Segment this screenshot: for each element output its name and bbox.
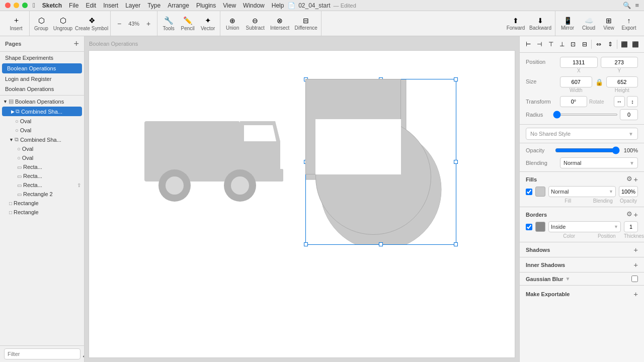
menu-arrange[interactable]: Arrange <box>168 2 189 9</box>
menu-sketch[interactable]: Sketch <box>42 2 62 9</box>
gaussian-blur-arrow[interactable]: ▼ <box>566 276 571 282</box>
layer-oval-3[interactable]: ○ Oval <box>0 144 84 153</box>
dist-h[interactable]: ⇔ <box>593 39 604 50</box>
selected-shape-area[interactable] <box>305 79 456 245</box>
layer-rect-1[interactable]: ▭ Recta... <box>0 162 84 171</box>
create-symbol-button[interactable]: ❖ Create Symbol <box>75 14 108 34</box>
blending-select[interactable]: Normal ▼ <box>560 157 638 168</box>
list-icon[interactable]: ≡ <box>635 2 639 9</box>
fill-checkbox[interactable] <box>526 189 532 195</box>
traffic-light-red[interactable] <box>5 3 11 8</box>
menu-help[interactable]: Help <box>272 2 284 9</box>
intersect-button[interactable]: ⊗ Intersect <box>268 14 292 34</box>
rotate-input[interactable] <box>560 96 587 107</box>
shadows-add-icon[interactable]: + <box>633 245 638 254</box>
forward-button[interactable]: ⬆ Forward <box>505 14 527 34</box>
layer-oval-4[interactable]: ○ Oval <box>0 153 84 162</box>
align-bottom[interactable]: ⊟ <box>579 39 590 50</box>
shared-style-select[interactable]: No Shared Style ▼ <box>526 128 638 140</box>
oval-label-3: Oval <box>22 146 34 152</box>
page-boolean-operations[interactable]: Boolean Operations <box>2 63 82 73</box>
traffic-light-green[interactable] <box>22 3 28 8</box>
make-exportable-add[interactable]: + <box>633 290 638 298</box>
traffic-light-yellow[interactable] <box>14 3 19 8</box>
align-right[interactable]: ⊤ <box>545 39 556 50</box>
subtract-button[interactable]: ⊖ Subtract <box>244 14 267 34</box>
page-shape-experiments[interactable]: Shape Experiments <box>0 53 84 63</box>
border-checkbox[interactable] <box>526 224 532 230</box>
height-input[interactable] <box>606 76 638 87</box>
canvas-content[interactable]: Boolean Operations <box>89 50 515 358</box>
filter-input[interactable] <box>4 348 80 359</box>
menu-file[interactable]: File <box>69 2 78 9</box>
layer-rect-3[interactable]: ▭ Recta... ⇪ <box>0 180 84 190</box>
align-center-h[interactable]: ⊣ <box>534 39 544 50</box>
border-position-select[interactable]: Inside ▼ <box>548 221 621 232</box>
menu-insert[interactable]: Insert <box>103 2 118 9</box>
union-button[interactable]: ⊕ Union <box>222 14 243 34</box>
menu-layer[interactable]: Layer <box>125 2 140 9</box>
fills-add-icon[interactable]: + <box>633 175 638 184</box>
flip-h-button[interactable]: ↔ <box>614 96 625 107</box>
inner-shadows-add-icon[interactable]: + <box>633 260 638 269</box>
export-button[interactable]: ↑ Export <box>619 14 639 34</box>
menu-window[interactable]: Window <box>243 2 265 9</box>
radius-slider[interactable] <box>553 114 618 116</box>
resize-apart[interactable]: ⬛ <box>630 39 641 50</box>
radius-input[interactable] <box>620 109 638 120</box>
cloud-button[interactable]: ☁️ Cloud <box>579 14 599 34</box>
border-thickness-input[interactable] <box>624 221 638 232</box>
menu-view[interactable]: View <box>223 2 236 9</box>
difference-button[interactable]: ⊟ Difference <box>293 14 319 34</box>
zoom-in-button[interactable]: + <box>143 18 154 29</box>
menu-edit[interactable]: Edit <box>86 2 96 9</box>
menu-type[interactable]: Type <box>147 2 160 9</box>
menu-apple[interactable]:  <box>33 2 35 9</box>
canvas[interactable]: ⟪⟫ ◈ ◈ ◈ Boolean Operations <box>85 36 519 362</box>
dist-v[interactable]: ⇕ <box>605 39 615 50</box>
search-icon[interactable]: 🔍 <box>623 2 631 9</box>
layer-oval-2[interactable]: ○ Oval <box>0 126 84 135</box>
pencil-button[interactable]: ✏️ Pencil <box>179 14 197 34</box>
align-top[interactable]: ⊥ <box>556 39 567 50</box>
borders-settings-icon[interactable]: ⚙ <box>626 210 632 219</box>
insert-button[interactable]: ＋ Insert <box>6 14 26 34</box>
x-input[interactable] <box>560 57 598 68</box>
zoom-out-button[interactable]: − <box>114 18 125 29</box>
layer-rect-5[interactable]: □ Rectangle <box>0 199 84 208</box>
opacity-slider[interactable] <box>555 146 620 154</box>
layer-rect-6[interactable]: □ Rectangle <box>0 208 84 217</box>
layer-boolean-ops-group[interactable]: ▼ ▤ Boolean Operations <box>0 97 84 106</box>
fill-blend-select[interactable]: Normal ▼ <box>548 186 616 197</box>
layer-combined-2[interactable]: ▼ ⧉ Combined Sha... <box>0 135 84 144</box>
border-color-swatch[interactable] <box>535 222 545 232</box>
tools-button[interactable]: 🔧 Tools <box>159 14 178 34</box>
mirror-button[interactable]: 📱 Mirror <box>557 14 578 34</box>
fill-opacity-input[interactable] <box>619 186 638 197</box>
group-icon: ⬡ <box>38 16 45 25</box>
resize-together[interactable]: ⬛ <box>619 39 629 50</box>
align-center-v[interactable]: ⊡ <box>568 39 579 50</box>
width-input[interactable] <box>560 76 592 87</box>
menu-plugins[interactable]: Plugins <box>196 2 216 9</box>
layer-rect-4[interactable]: ▭ Rectangle 2 <box>0 190 84 199</box>
view-button[interactable]: ⊞ View <box>600 14 618 34</box>
group-button[interactable]: ⬡ Group <box>32 14 51 34</box>
align-left[interactable]: ⊢ <box>523 39 533 50</box>
flip-v-button[interactable]: ↕ <box>627 96 638 107</box>
gaussian-blur-checkbox[interactable] <box>631 276 638 282</box>
fill-color-swatch[interactable] <box>535 187 545 197</box>
ungroup-button[interactable]: ⬡ Ungroup <box>52 14 74 34</box>
layer-oval-1[interactable]: ○ Oval <box>0 117 84 126</box>
backward-button[interactable]: ⬇ Backward <box>528 14 553 34</box>
fills-settings-icon[interactable]: ⚙ <box>626 175 632 184</box>
add-page-button[interactable]: + <box>73 39 79 48</box>
page-login-register[interactable]: Login and Register <box>0 74 84 84</box>
layer-combined-1[interactable]: ▶ ⧉ Combined Sha... <box>2 107 82 116</box>
lock-proportions[interactable]: 🔒 <box>595 78 603 86</box>
page-boolean-ops-2[interactable]: Boolean Operations <box>0 84 84 94</box>
vector-button[interactable]: ✦ Vector <box>198 14 218 34</box>
layer-rect-2[interactable]: ▭ Recta... <box>0 171 84 180</box>
borders-add-icon[interactable]: + <box>633 210 638 219</box>
y-input[interactable] <box>601 57 638 68</box>
